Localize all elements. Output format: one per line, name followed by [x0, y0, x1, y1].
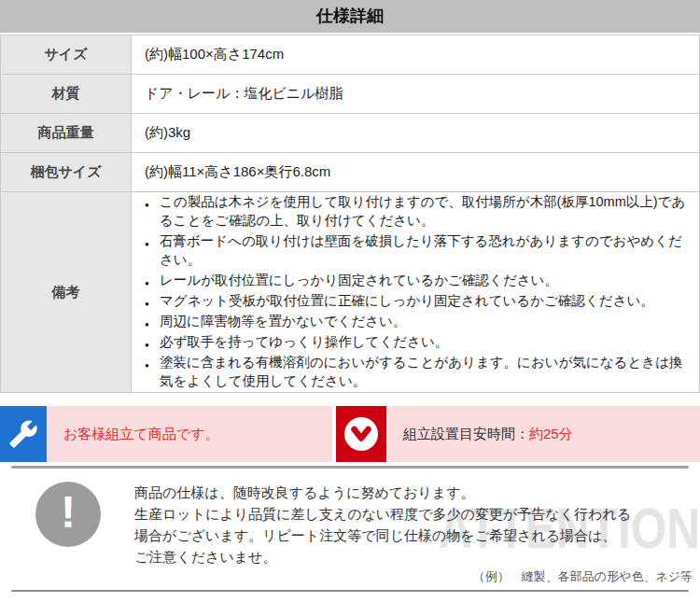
notice-example: （例） 縫製、各部品の形や色、ネジ等 — [0, 568, 700, 585]
wrench-icon — [0, 406, 47, 462]
notice-line: ご注意くださいませ。 — [134, 546, 631, 567]
notice-line: 商品の仕様は、随時改良するように努めております。 — [134, 482, 631, 503]
table-row: サイズ (約)幅100×高さ174cm — [1, 35, 700, 75]
row-label-package-size: 梱包サイズ — [1, 153, 132, 192]
notice-line: 生産ロットにより品質に差し支えのない程度で多少の変更が予告なく行われる — [134, 503, 631, 525]
note-item: 石膏ボードへの取り付けは壁面を破損したり落下する恐れがありますのでおやめください… — [145, 231, 686, 269]
note-item: マグネット受板が取付位置に正確にしっかり固定されているかご確認ください。 — [145, 291, 686, 310]
badge-row: お客様組立て商品です。 組立設置目安時間： 約25分 — [0, 406, 700, 462]
note-item: レールが取付位置にしっかり固定されているかご確認ください。 — [145, 271, 686, 289]
notice-section: ATTENTION ! 商品の仕様は、随時改良するように努めております。 生産ロ… — [0, 469, 700, 585]
table-row: 梱包サイズ (約)幅11×高さ186×奥行6.8cm — [1, 153, 700, 192]
clock-icon — [336, 406, 386, 462]
assembly-time-value: 約25分 — [529, 426, 573, 443]
notes-list: この製品は木ネジを使用して取り付けますので、取付場所が木部(板厚10mm以上)で… — [145, 192, 686, 390]
row-label-material: 材質 — [1, 75, 132, 114]
notice-line: 場合がございます。リピート注文等で同じ仕様の物をご希望される場合は、 — [134, 525, 631, 546]
note-item: 必ず取手を持ってゆっくり操作してください。 — [145, 332, 686, 351]
row-label-notes: 備考 — [1, 192, 132, 393]
row-value-material: ドア・レール：塩化ビニル樹脂 — [132, 75, 700, 114]
note-item: この製品は木ネジを使用して取り付けますので、取付場所が木部(板厚10mm以上)で… — [145, 192, 686, 230]
notice-inner: ! 商品の仕様は、随時改良するように努めております。 生産ロットにより品質に差し… — [0, 482, 700, 567]
row-value-notes: この製品は木ネジを使用して取り付けますので、取付場所が木部(板厚10mm以上)で… — [132, 192, 700, 393]
row-value-size: (約)幅100×高さ174cm — [132, 35, 700, 75]
row-value-package-size: (約)幅11×高さ186×奥行6.8cm — [132, 153, 700, 192]
assembly-time-text: 組立設置目安時間： 約25分 — [386, 406, 573, 462]
page-title: 仕様詳細 — [0, 0, 700, 33]
note-item: 塗装に含まれる有機溶剤のにおいがすることがあります。においが気になるときは換気を… — [145, 353, 686, 390]
assembly-badge: お客様組立て商品です。 — [0, 406, 332, 462]
note-item: 周辺に障害物等を置かないでください。 — [145, 312, 686, 330]
spec-table: サイズ (約)幅100×高さ174cm 材質 ドア・レール：塩化ビニル樹脂 商品… — [0, 35, 700, 393]
row-label-size: サイズ — [1, 35, 132, 75]
table-row: 商品重量 (約)3kg — [1, 114, 700, 153]
notice-text: 商品の仕様は、随時改良するように努めております。 生産ロットにより品質に差し支え… — [134, 482, 631, 567]
assembly-time-badge: 組立設置目安時間： 約25分 — [336, 406, 700, 462]
assembly-time-label: 組立設置目安時間： — [403, 426, 529, 443]
table-row: 材質 ドア・レール：塩化ビニル樹脂 — [1, 75, 700, 114]
table-row: 備考 この製品は木ネジを使用して取り付けますので、取付場所が木部(板厚10mm以… — [1, 192, 700, 393]
row-label-weight: 商品重量 — [1, 114, 132, 153]
assembly-badge-text: お客様組立て商品です。 — [47, 406, 218, 462]
exclamation-icon: ! — [35, 482, 101, 547]
row-value-weight: (約)3kg — [132, 114, 700, 153]
divider-line-bottom — [11, 590, 689, 592]
